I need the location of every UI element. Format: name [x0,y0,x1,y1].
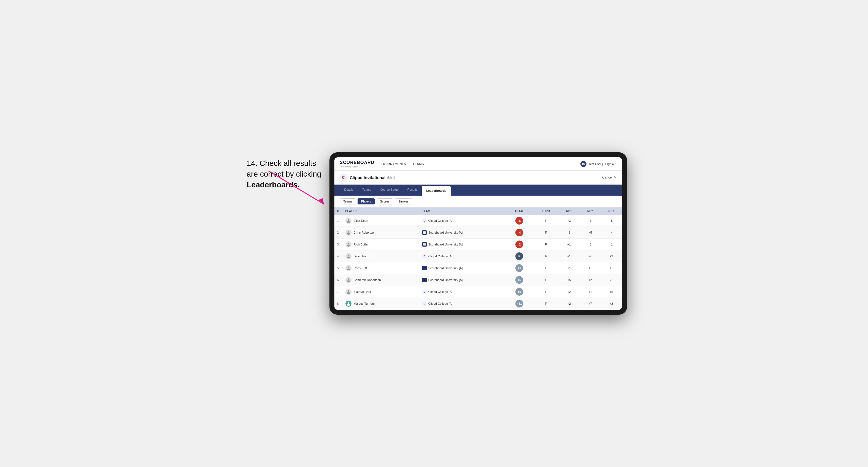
cell-rd3: -4 [601,227,622,239]
tournament-logo: C [340,174,347,181]
svg-point-2 [347,219,349,221]
close-icon: ✕ [614,176,617,179]
leaderboard-table: # PLAYER TEAM TOTAL THRU RD1 RD2 RD3 1El… [334,208,622,310]
outer-container: 14. Check all results are correct by cli… [241,152,627,315]
svg-point-12 [347,278,349,280]
col-rank: # [334,208,343,215]
team-name: Scoreboard University [A] [428,243,463,246]
player-avatar [345,301,351,307]
col-rd1: RD1 [559,208,580,215]
cell-total: +9 [505,286,533,298]
table-row: 7Blair McHargCClippd College [A]+9F+2+1+… [334,286,622,298]
cell-player: Cameron Robertson [343,274,420,286]
svg-point-17 [347,304,350,306]
filter-teams[interactable]: Teams [340,198,356,205]
cell-total: +1 [505,262,533,274]
cell-rank: 1 [334,215,343,227]
player-avatar [345,265,351,271]
filter-scores[interactable]: Scores [377,198,393,205]
cell-rd1: +1 [559,262,580,274]
team-name: Scoreboard University [A] [428,278,463,282]
svg-point-10 [347,267,349,268]
cell-rd1: +1 [559,250,580,262]
player-name: Rees Britt [354,267,367,270]
cell-thru: F [533,262,559,274]
cancel-button[interactable]: Cancel ✕ [602,176,616,179]
tournament-tag: (Men) [387,176,395,179]
cell-team: Scoreboard University [A] [420,227,505,239]
svg-point-3 [347,221,350,223]
svg-point-9 [347,257,350,258]
cell-rd3: E [601,262,622,274]
cell-thru: F [533,274,559,286]
cell-rd2: E [580,262,601,274]
player-avatar [345,253,351,259]
cell-team: Scoreboard University [A] [420,262,505,274]
team-name: Scoreboard University [A] [428,267,463,270]
team-logo-scoreboard [422,230,427,235]
cell-team: CClippd College [A] [420,250,505,262]
cell-thru: F [533,298,559,310]
cell-rd2: +2 [580,274,601,286]
sign-out-link[interactable]: Sign out [605,162,616,165]
cell-team: CClippd College [A] [420,298,505,310]
player-name: David Ford [354,255,369,258]
nav-tournaments[interactable]: TOURNAMENTS [381,161,406,167]
tab-course-setup[interactable]: Course Setup [376,185,403,196]
svg-point-14 [347,290,349,292]
tab-teams[interactable]: Teams [358,185,375,196]
tab-leaderboards[interactable]: Leaderboards [422,186,451,196]
user-label: Test User | [589,162,603,165]
col-player: PLAYER [343,208,420,215]
cell-team: CClippd College [A] [420,215,505,227]
cell-thru: F [533,215,559,227]
table-row: 3Rich ButlerScoreboard University [A]-2F… [334,239,622,250]
table-row: 1Elliot EbertCClippd College [A]-8F+3-6-… [334,215,622,227]
player-avatar [345,241,351,247]
team-logo-scoreboard [422,242,427,247]
team-logo-scoreboard [422,266,427,270]
tablet-frame: SCOREBOARD Powered by clippd TOURNAMENTS… [330,152,627,315]
cell-rd2: -2 [580,239,601,250]
cell-total: -4 [505,227,533,239]
nav-teams[interactable]: TEAMS [413,161,424,167]
cell-rank: 6 [334,274,343,286]
player-name: Rich Butler [354,243,369,246]
cell-rd1: +1 [559,239,580,250]
svg-point-15 [347,292,350,294]
cell-rd3: +2 [601,298,622,310]
cell-rd1: +5 [559,274,580,286]
instruction-area: 14. Check all results are correct by cli… [241,152,330,196]
cell-rank: 7 [334,286,343,298]
cell-rd3: +3 [601,250,622,262]
tab-details[interactable]: Details [340,185,358,196]
tab-results[interactable]: Results [403,185,422,196]
player-name: Marcus Turners [354,302,375,305]
team-logo-clippd: C [422,302,427,306]
nav-links: TOURNAMENTS TEAMS [381,161,581,167]
cell-player: Blair McHarg [343,286,420,298]
app-logo: SCOREBOARD [340,160,375,165]
filter-row: Teams Players Scores Strokes [334,196,622,208]
top-nav: SCOREBOARD Powered by clippd TOURNAMENTS… [334,157,622,170]
filter-players[interactable]: Players [358,198,375,205]
filter-strokes[interactable]: Strokes [395,198,412,205]
team-name: Clippd College [A] [428,219,453,222]
cell-player: Elliot Ebert [343,215,420,227]
svg-point-13 [347,280,350,282]
cell-thru: F [533,286,559,298]
table-row: 6Cameron RobertsonScoreboard University … [334,274,622,286]
logo-subtitle: Powered by clippd [340,165,375,167]
cell-total: -2 [505,239,533,250]
player-name: Chris Robertson [354,231,375,234]
svg-point-8 [347,255,349,256]
nav-right: TU Test User | Sign out [581,161,617,167]
cell-total: +6 [505,274,533,286]
svg-point-16 [347,302,349,304]
table-row: 4David FordCClippd College [A]EF+1-4+3 [334,250,622,262]
logo-area: SCOREBOARD Powered by clippd [340,160,375,167]
cell-team: Scoreboard University [A] [420,274,505,286]
team-logo-scoreboard [422,278,427,282]
cell-thru: F [533,239,559,250]
svg-point-6 [347,243,349,244]
